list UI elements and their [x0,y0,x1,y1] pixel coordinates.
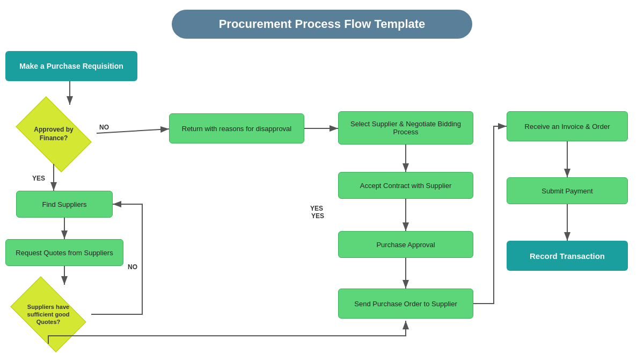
no-label-quotes: NO [128,263,137,271]
svg-text:YES: YES [310,205,323,212]
title-box: Procurement Process Flow Template [172,10,472,39]
find-suppliers-box: Find Suppliers [16,191,113,218]
send-purchase-order-box: Send Purchase Order to Supplier [338,289,473,319]
sufficient-quotes-diamond: Suppliers have sufficient good Quotes? [5,285,91,344]
no-label-finance: NO [99,124,109,131]
diagram-container: Procurement Process Flow Template Make a… [0,0,644,353]
diagram-title: Procurement Process Flow Template [219,17,426,31]
approved-finance-diamond: Approved by Finance? [11,105,97,164]
select-supplier-box: Select Supplier & Negotiate Bidding Proc… [338,111,473,145]
return-disapproval-box: Return with reasons for disapproval [169,113,304,143]
purchase-approval-box: Purchase Approval [338,231,473,258]
receive-invoice-box: Receive an Invoice & Order [507,111,628,141]
accept-contract-box: Accept Contract with Supplier [338,172,473,199]
request-quotes-box: Request Quotes from Suppliers [5,239,123,266]
record-transaction-box: Record Transaction [507,241,628,271]
purchase-req-box: Make a Purchase Requisition [5,51,137,81]
yes-label-finance: YES [32,175,45,182]
submit-payment-box: Submit Payment [507,177,628,204]
yes-label-quotes: YES [311,212,324,220]
